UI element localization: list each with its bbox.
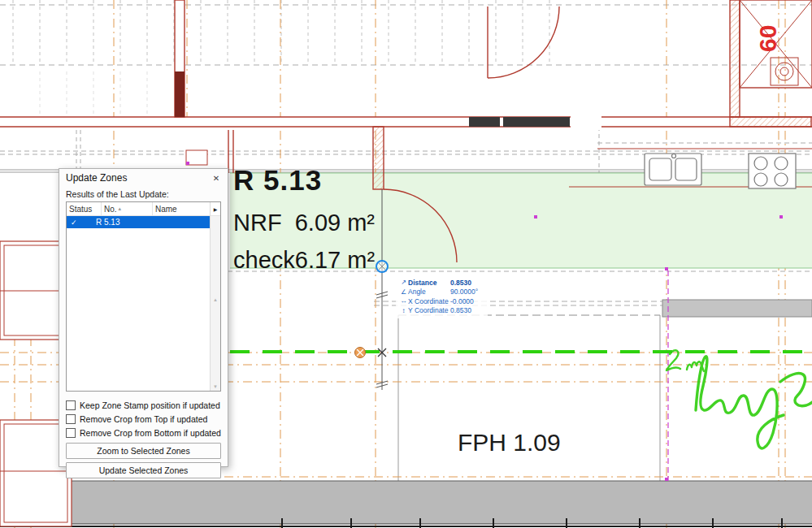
remove-crop-top-checkbox[interactable]: Remove Crop from Top if updated [66, 412, 221, 426]
checkbox-box[interactable] [66, 400, 76, 410]
no-column-header[interactable]: No. ▴ [102, 202, 153, 215]
checkbox-label: Remove Crop from Bottom if updated [80, 428, 221, 438]
remove-crop-bottom-checkbox[interactable]: Remove Crop from Bottom if updated [66, 426, 221, 439]
x-coordinate-icon: ↔ [399, 297, 408, 305]
name-column-header[interactable]: Name [153, 202, 210, 215]
snap-point-handle[interactable] [376, 261, 388, 272]
tracker-label: Y Coordinate [408, 306, 450, 314]
results-label: Results of the Last Update: [59, 187, 228, 201]
zone-stamp-check-area: check6.17 m² [233, 247, 375, 274]
dialog-title: Update Zones [66, 172, 127, 184]
tracker-row-angle: ∠ Angle 90.0000° [399, 288, 484, 297]
room-label-fph: FPH 1.09 [458, 429, 561, 457]
angle-icon: ∠ [399, 288, 408, 296]
zone-stamp-number: R 5.13 [233, 164, 322, 197]
close-button[interactable]: ✕ [210, 171, 223, 184]
results-list: Status No. ▴ Name ✓ R 5.13 ▶ ▲ [66, 201, 221, 392]
scroll-up-icon[interactable]: ▲ [213, 296, 218, 304]
coordinate-tracker: ↗ Distance 0.8530 ∠ Angle 90.0000° ↔ X C… [396, 275, 488, 318]
close-icon: ✕ [213, 174, 219, 183]
update-zones-dialog: Update Zones ✕ Results of the Last Updat… [59, 168, 228, 467]
list-scrollbar[interactable]: ▶ ▲ ▼ [210, 202, 220, 391]
tracker-value: 0.8530 [450, 306, 484, 314]
tracker-value: 90.0000° [450, 288, 484, 296]
zone-stamp-nrf-area: NRF 6.09 m² [233, 210, 375, 236]
dialog-titlebar[interactable]: Update Zones ✕ [59, 169, 228, 187]
distance-icon: ↗ [399, 279, 408, 286]
zoom-to-selected-zones-button[interactable]: Zoom to Selected Zones [66, 443, 221, 459]
tracker-label: Distance [408, 279, 450, 287]
list-header: Status No. ▴ Name [67, 202, 210, 216]
tracker-row-x-coordinate: ↔ X Coordinate -0.0000 [399, 296, 484, 306]
tracker-row-distance: ↗ Distance 0.8530 [399, 278, 484, 288]
checkbox-box[interactable] [66, 414, 76, 424]
tracker-label: Angle [408, 288, 450, 296]
edit-markers [355, 261, 389, 358]
checkbox-label: Keep Zone Stamp position if updated [80, 400, 220, 410]
column-menu-icon[interactable]: ▶ [211, 202, 220, 216]
tracker-row-y-coordinate: ↕ Y Coordinate 0.8530 [399, 306, 484, 316]
cad-viewport: R 5.13 NRF 6.09 m² check6.17 m² FPH 1.09… [0, 0, 812, 528]
scroll-down-icon[interactable]: ▼ [213, 383, 218, 391]
sort-ascending-icon: ▴ [119, 206, 122, 212]
options-group: Keep Zone Stamp position if updated Remo… [59, 392, 228, 439]
origin-hotspot-handle[interactable] [355, 348, 366, 358]
zone-number-cell: R 5.13 [96, 218, 210, 227]
status-column-header[interactable]: Status [67, 202, 102, 215]
tracker-value: -0.0000 [450, 297, 484, 305]
keep-zone-stamp-checkbox[interactable]: Keep Zone Stamp position if updated [66, 398, 221, 412]
zone-result-row[interactable]: ✓ R 5.13 [67, 216, 210, 228]
tracker-value: 0.8530 [450, 279, 484, 287]
update-selected-zones-button[interactable]: Update Selected Zones [66, 462, 221, 478]
tracker-label: X Coordinate [408, 297, 450, 305]
y-coordinate-icon: ↕ [399, 307, 408, 314]
status-check-icon: ✓ [67, 219, 96, 227]
shaft-number-label: 60 [754, 25, 782, 52]
checkbox-label: Remove Crop from Top if updated [80, 414, 207, 424]
checkbox-box[interactable] [66, 428, 76, 438]
